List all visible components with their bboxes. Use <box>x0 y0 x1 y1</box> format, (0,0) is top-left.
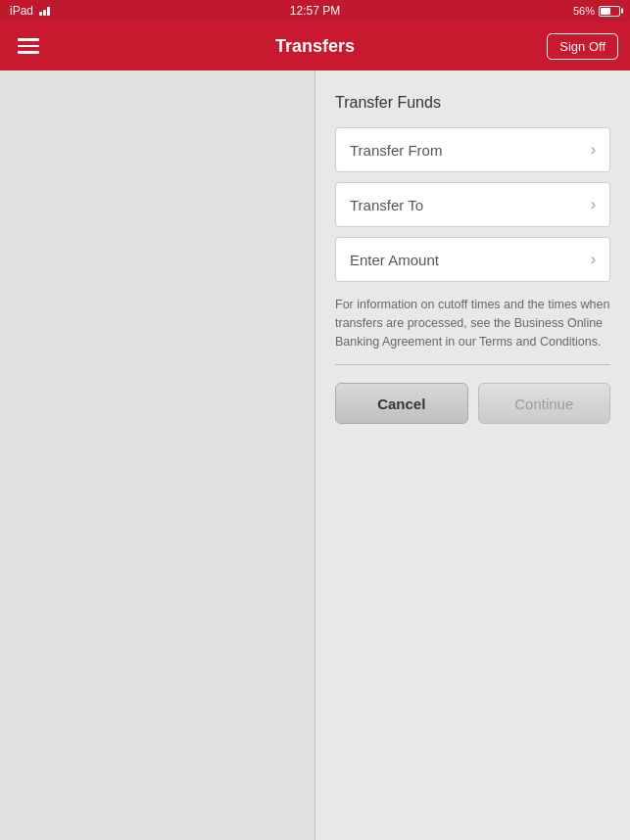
device-label: iPad <box>10 4 33 18</box>
left-panel <box>0 70 315 840</box>
transfer-from-label: Transfer From <box>350 142 442 159</box>
status-left: iPad <box>10 4 50 18</box>
transfer-from-row[interactable]: Transfer From › <box>335 127 610 172</box>
battery-fill <box>601 8 610 15</box>
battery-icon <box>599 6 620 17</box>
hamburger-line-3 <box>18 51 39 54</box>
button-row: Cancel Continue <box>335 383 610 424</box>
continue-button: Continue <box>478 383 611 424</box>
info-text: For information on cutoff times and the … <box>335 296 610 350</box>
battery-percent: 56% <box>573 5 595 17</box>
enter-amount-row[interactable]: Enter Amount › <box>335 237 610 282</box>
nav-bar: Transfers Sign Off <box>0 22 630 70</box>
hamburger-line-2 <box>18 45 39 48</box>
cancel-button[interactable]: Cancel <box>335 383 468 424</box>
transfer-to-label: Transfer To <box>350 197 423 213</box>
page-title: Transfers <box>275 36 355 57</box>
enter-amount-label: Enter Amount <box>350 252 439 268</box>
sign-off-button[interactable]: Sign Off <box>547 33 618 60</box>
enter-amount-chevron: › <box>591 251 596 268</box>
menu-button[interactable] <box>12 32 45 60</box>
status-right: 56% <box>573 5 620 17</box>
transfer-to-chevron: › <box>591 196 596 213</box>
main-layout: Transfer Funds Transfer From › Transfer … <box>0 70 630 840</box>
section-title: Transfer Funds <box>335 94 610 112</box>
divider <box>335 364 610 365</box>
status-time: 12:57 PM <box>290 4 340 18</box>
hamburger-line-1 <box>18 38 39 41</box>
transfer-from-chevron: › <box>591 141 596 159</box>
status-bar: iPad 12:57 PM 56% <box>0 0 630 22</box>
wifi-icon <box>39 7 50 16</box>
right-panel: Transfer Funds Transfer From › Transfer … <box>315 70 630 840</box>
transfer-to-row[interactable]: Transfer To › <box>335 182 610 227</box>
